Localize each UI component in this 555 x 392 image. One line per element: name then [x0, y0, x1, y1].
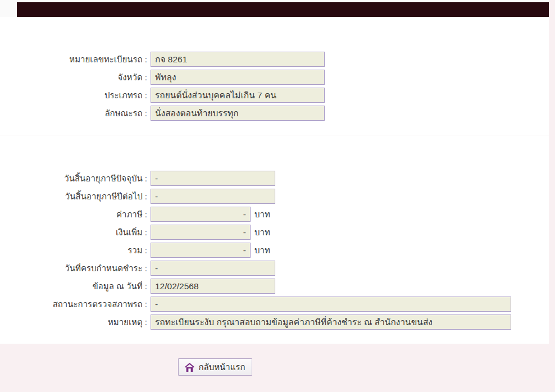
- section-divider: [0, 135, 549, 135]
- registration-number-field[interactable]: กจ 8261: [151, 52, 325, 67]
- vehicle-type-label: ประเภทรถ :: [0, 88, 147, 103]
- data-as-of-date-field[interactable]: 12/02/2568: [151, 279, 275, 294]
- field-row: ค่าภาษี : - บาท: [0, 207, 549, 222]
- field-row: วันสิ้นอายุภาษีปัจจุบัน : -: [0, 171, 549, 186]
- remark-field[interactable]: รถทะเบียนระงับ กรุณาสอบถามข้อมูลค่าภาษีท…: [151, 314, 511, 330]
- tax-amount-unit: บาท: [254, 207, 270, 222]
- field-row: สถานะการตรวจสภาพรถ : -: [0, 297, 549, 312]
- surcharge-field[interactable]: -: [151, 225, 251, 240]
- current-tax-expiry-label: วันสิ้นอายุภาษีปัจจุบัน :: [0, 171, 147, 186]
- remark-label: หมายเหตุ :: [0, 314, 147, 330]
- next-tax-expiry-label: วันสิ้นอายุภาษีปีต่อไป :: [0, 189, 147, 204]
- field-row: ลักษณะรถ : นั่งสองตอนท้ายบรรทุก: [0, 106, 549, 121]
- field-row: จังหวัด : พัทลุง: [0, 70, 549, 85]
- vehicle-type-field[interactable]: รถยนต์นั่งส่วนบุคคลไม่เกิน 7 คน: [151, 88, 325, 103]
- total-field[interactable]: -: [151, 243, 251, 258]
- tax-amount-field[interactable]: -: [151, 207, 251, 222]
- province-field[interactable]: พัทลุง: [151, 70, 325, 85]
- inspection-status-field[interactable]: -: [151, 297, 511, 312]
- total-unit: บาท: [254, 243, 270, 258]
- surcharge-unit: บาท: [254, 225, 270, 240]
- field-row: เงินเพิ่ม : - บาท: [0, 225, 549, 240]
- home-button[interactable]: กลับหน้าแรก: [178, 358, 252, 376]
- home-icon: [185, 363, 194, 372]
- surcharge-label: เงินเพิ่ม :: [0, 225, 147, 240]
- field-row: ข้อมูล ณ วันที่ : 12/02/2568: [0, 279, 549, 294]
- vehicle-tax-info-page: หมายเลขทะเบียนรถ : กจ 8261 จังหวัด : พัท…: [0, 0, 555, 392]
- payment-due-date-label: วันที่ครบกำหนดชำระ :: [0, 261, 147, 276]
- province-label: จังหวัด :: [0, 70, 147, 85]
- field-row: รวม : - บาท: [0, 243, 549, 258]
- next-tax-expiry-field[interactable]: -: [151, 189, 275, 204]
- top-dark-bar: [17, 2, 549, 17]
- inspection-status-label: สถานะการตรวจสภาพรถ :: [0, 297, 147, 312]
- field-row: วันที่ครบกำหนดชำระ : -: [0, 261, 549, 276]
- body-style-field[interactable]: นั่งสองตอนท้ายบรรทุก: [151, 106, 325, 121]
- current-tax-expiry-field[interactable]: -: [151, 171, 275, 186]
- field-row: ประเภทรถ : รถยนต์นั่งส่วนบุคคลไม่เกิน 7 …: [0, 88, 549, 103]
- footer-band: [0, 344, 549, 392]
- tax-amount-label: ค่าภาษี :: [0, 207, 147, 222]
- total-label: รวม :: [0, 243, 147, 258]
- payment-due-date-field[interactable]: -: [151, 261, 275, 276]
- field-row: วันสิ้นอายุภาษีปีต่อไป : -: [0, 189, 549, 204]
- home-button-label: กลับหน้าแรก: [198, 361, 245, 374]
- data-as-of-date-label: ข้อมูล ณ วันที่ :: [0, 279, 147, 294]
- field-row: หมายเหตุ : รถทะเบียนระงับ กรุณาสอบถามข้อ…: [0, 314, 549, 330]
- right-edge-strip: [549, 0, 555, 392]
- registration-number-label: หมายเลขทะเบียนรถ :: [0, 52, 147, 67]
- body-style-label: ลักษณะรถ :: [0, 106, 147, 121]
- field-row: หมายเลขทะเบียนรถ : กจ 8261: [0, 52, 549, 67]
